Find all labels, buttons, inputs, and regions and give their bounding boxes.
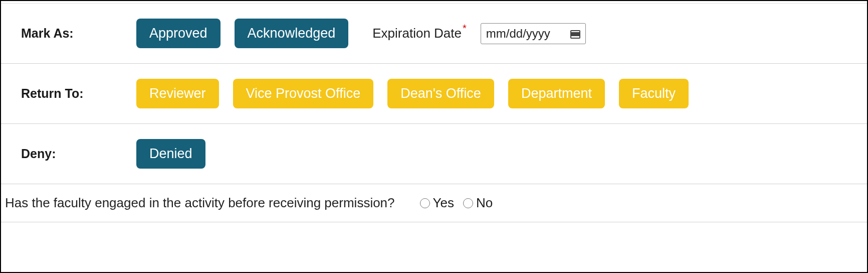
deny-content: Denied	[136, 139, 205, 169]
return-to-content: Reviewer Vice Provost Office Dean's Offi…	[136, 79, 689, 108]
activity-question-row: Has the faculty engaged in the activity …	[1, 184, 867, 222]
calendar-icon[interactable]	[570, 29, 580, 39]
approved-button[interactable]: Approved	[136, 19, 221, 48]
mark-as-row: Mark As: Approved Acknowledged Expiratio…	[1, 3, 867, 64]
required-asterisk: *	[463, 23, 467, 34]
activity-yes-radio[interactable]	[420, 198, 430, 208]
mark-as-label: Mark As:	[21, 26, 136, 41]
expiration-date-input[interactable]: mm/dd/yyyy	[481, 23, 586, 44]
activity-no-radio[interactable]	[463, 198, 473, 208]
return-to-row: Return To: Reviewer Vice Provost Office …	[1, 64, 867, 124]
form-container: Mark As: Approved Acknowledged Expiratio…	[0, 0, 868, 273]
activity-yes-option[interactable]: Yes	[420, 195, 454, 211]
denied-button[interactable]: Denied	[136, 139, 205, 169]
activity-radio-group: Yes No	[420, 195, 493, 211]
return-to-label: Return To:	[21, 86, 136, 101]
deans-office-button[interactable]: Dean's Office	[387, 79, 494, 108]
activity-yes-label: Yes	[433, 195, 454, 211]
activity-no-option[interactable]: No	[463, 195, 493, 211]
activity-no-label: No	[476, 195, 493, 211]
acknowledged-button[interactable]: Acknowledged	[235, 19, 349, 48]
department-button[interactable]: Department	[508, 79, 605, 108]
deny-label: Deny:	[21, 147, 136, 161]
reviewer-button[interactable]: Reviewer	[136, 79, 219, 108]
expiration-date-label: Expiration Date*	[372, 26, 467, 41]
mark-as-content: Approved Acknowledged Expiration Date* m…	[136, 19, 586, 48]
expiration-date-placeholder: mm/dd/yyyy	[486, 27, 550, 41]
faculty-button[interactable]: Faculty	[619, 79, 689, 108]
expiration-date-text: Expiration Date	[372, 26, 462, 41]
activity-question-text: Has the faculty engaged in the activity …	[5, 195, 395, 211]
vice-provost-office-button[interactable]: Vice Provost Office	[233, 79, 374, 108]
deny-row: Deny: Denied	[1, 124, 867, 184]
